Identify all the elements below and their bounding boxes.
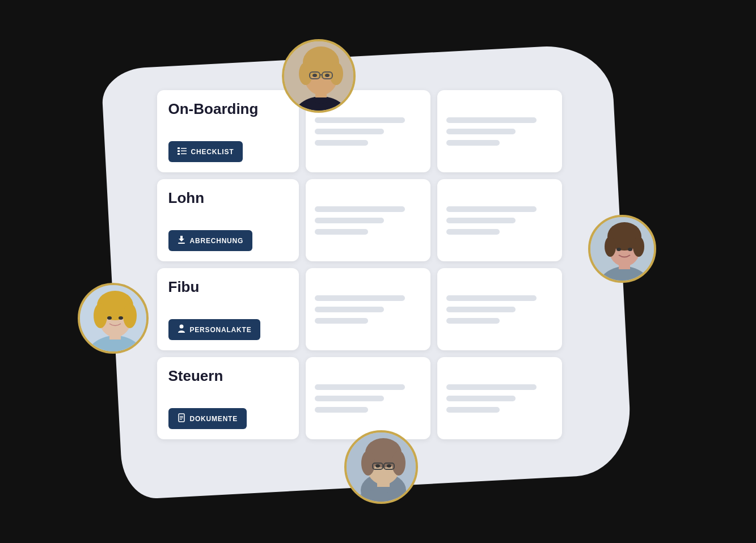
card-fibu-title: Fibu — [168, 278, 288, 296]
placeholder-line — [446, 295, 537, 301]
placeholder-line — [315, 407, 368, 413]
svg-rect-3 — [181, 151, 187, 152]
placeholder-card-4 — [437, 179, 562, 261]
svg-point-32 — [628, 248, 632, 251]
avatar-top — [282, 39, 356, 113]
main-grid: On-Boarding CHECKLIST — [157, 90, 562, 439]
abrechnung-button-label: ABRECHNUNG — [190, 237, 244, 245]
placeholder-line — [315, 140, 368, 146]
placeholder-line — [315, 384, 406, 390]
svg-rect-0 — [178, 147, 180, 149]
placeholder-line — [315, 295, 406, 301]
placeholder-line — [446, 218, 516, 223]
svg-point-39 — [123, 303, 137, 328]
avatar-bottom — [344, 430, 418, 504]
person-icon — [178, 324, 185, 335]
svg-point-40 — [107, 316, 112, 320]
card-onboarding: On-Boarding CHECKLIST — [157, 90, 299, 172]
checklist-button-label: CHECKLIST — [191, 148, 234, 156]
placeholder-line — [315, 396, 384, 401]
placeholder-line — [315, 307, 384, 312]
card-lohn-title: Lohn — [168, 189, 288, 207]
svg-point-48 — [361, 451, 375, 476]
svg-point-49 — [392, 451, 406, 476]
placeholder-line — [315, 218, 384, 223]
placeholder-card-7 — [306, 357, 430, 439]
placeholder-line — [446, 206, 537, 212]
personalakte-button-label: PERSONALAKTE — [190, 326, 252, 334]
placeholder-card-3 — [306, 179, 430, 261]
card-fibu: Fibu PERSONALAKTE — [157, 268, 299, 350]
abrechnung-button[interactable]: ABRECHNUNG — [168, 230, 253, 251]
svg-point-38 — [94, 303, 107, 328]
placeholder-line — [315, 229, 368, 235]
placeholder-card-8 — [437, 357, 562, 439]
avatar-right — [588, 215, 656, 283]
svg-rect-10 — [180, 418, 183, 418]
placeholder-line — [446, 318, 500, 324]
svg-point-53 — [375, 464, 380, 468]
dokumente-button-label: DOKUMENTE — [190, 415, 238, 423]
svg-point-18 — [330, 62, 343, 85]
placeholder-line — [446, 129, 516, 134]
card-lohn: Lohn ABRECHNUNG — [157, 179, 299, 261]
document-icon — [178, 413, 185, 424]
svg-point-7 — [179, 325, 183, 329]
card-onboarding-title: On-Boarding — [168, 100, 288, 118]
svg-point-41 — [119, 316, 123, 320]
avatar-left — [78, 283, 149, 354]
svg-point-17 — [299, 62, 312, 85]
checklist-icon — [178, 146, 187, 157]
card-steuern-title: Steuern — [168, 367, 288, 385]
svg-rect-1 — [181, 148, 187, 149]
dokumente-button[interactable]: DOKUMENTE — [168, 408, 247, 429]
svg-point-23 — [325, 74, 330, 77]
placeholder-line — [315, 117, 406, 123]
placeholder-line — [446, 307, 516, 312]
placeholder-line — [446, 396, 516, 401]
card-steuern: Steuern DOKUMENTE — [157, 357, 299, 439]
svg-rect-11 — [180, 419, 182, 419]
placeholder-card-2 — [437, 90, 562, 172]
svg-rect-2 — [178, 150, 180, 152]
svg-point-30 — [633, 236, 644, 257]
placeholder-line — [446, 140, 500, 146]
svg-rect-5 — [181, 154, 187, 155]
svg-rect-4 — [178, 153, 180, 155]
placeholder-card-5 — [306, 268, 430, 350]
personalakte-button[interactable]: PERSONALAKTE — [168, 319, 261, 340]
svg-point-31 — [616, 248, 621, 251]
placeholder-line — [446, 117, 537, 123]
svg-rect-6 — [178, 243, 185, 244]
placeholder-line — [315, 318, 368, 324]
download-icon — [178, 235, 185, 246]
placeholder-line — [446, 407, 500, 413]
placeholder-line — [315, 206, 406, 212]
svg-point-54 — [387, 464, 391, 468]
placeholder-line — [315, 129, 384, 134]
checklist-button[interactable]: CHECKLIST — [168, 141, 243, 162]
svg-point-22 — [312, 74, 317, 77]
scene: On-Boarding CHECKLIST — [66, 22, 690, 521]
svg-rect-9 — [180, 416, 183, 417]
placeholder-line — [446, 384, 537, 390]
svg-point-29 — [605, 236, 616, 257]
placeholder-card-6 — [437, 268, 562, 350]
placeholder-line — [446, 229, 500, 235]
